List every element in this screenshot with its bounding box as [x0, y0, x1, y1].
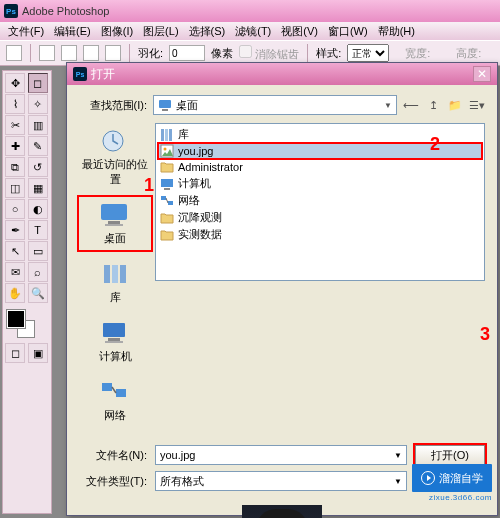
view-menu-icon[interactable]: ☰▾ [469, 97, 485, 113]
slice-tool[interactable]: ▥ [28, 115, 48, 135]
move-tool[interactable]: ✥ [5, 73, 25, 93]
marquee-tool[interactable]: ◻ [28, 73, 48, 93]
preview-thumbnail [242, 505, 322, 518]
history-brush-tool[interactable]: ↺ [28, 157, 48, 177]
menu-edit[interactable]: 编辑(E) [50, 23, 95, 40]
preview-area: 文件大小: 70K [79, 505, 485, 518]
menu-window[interactable]: 窗口(W) [324, 23, 372, 40]
path-tool[interactable]: ↖ [5, 241, 25, 261]
folder-icon [160, 211, 174, 225]
list-item[interactable]: Administrator [158, 159, 482, 175]
open-dialog: Ps 打开 ✕ 查找范围(I): 桌面 ▼ ⟵ ↥ 📁 ☰▾ 最近访问的位置 [66, 62, 498, 516]
place-libraries[interactable]: 库 [79, 256, 151, 309]
menu-image[interactable]: 图像(I) [97, 23, 137, 40]
brush-tool[interactable]: ✎ [28, 136, 48, 156]
crop-tool[interactable]: ✂ [5, 115, 25, 135]
hand-tool[interactable]: ✋ [5, 283, 25, 303]
selection-intersect-icon[interactable] [105, 45, 121, 61]
look-in-combo[interactable]: 桌面 ▼ [153, 95, 397, 115]
desktop-icon [99, 201, 131, 229]
feather-input[interactable] [169, 45, 205, 61]
up-icon[interactable]: ↥ [425, 97, 441, 113]
blur-tool[interactable]: ○ [5, 199, 25, 219]
svg-line-24 [166, 198, 168, 203]
selection-add-icon[interactable] [61, 45, 77, 61]
gradient-tool[interactable]: ▦ [28, 178, 48, 198]
filetype-label: 文件类型(T): [79, 474, 147, 489]
svg-rect-1 [162, 109, 168, 111]
lasso-tool[interactable]: ⌇ [5, 94, 25, 114]
svg-rect-4 [108, 221, 120, 224]
image-file-icon [160, 144, 174, 158]
style-select[interactable]: 正常 [347, 44, 389, 62]
svg-rect-17 [169, 129, 172, 141]
filetype-select[interactable]: 所有格式 ▼ [155, 471, 407, 491]
selection-new-icon[interactable] [39, 45, 55, 61]
play-icon [421, 471, 435, 485]
places-bar: 最近访问的位置 桌面 库 计算机 网络 [79, 123, 151, 427]
svg-rect-7 [112, 265, 118, 283]
menu-filter[interactable]: 滤镜(T) [231, 23, 275, 40]
place-network[interactable]: 网络 [79, 374, 151, 427]
screenmode-tool[interactable]: ▣ [28, 343, 48, 363]
eyedropper-tool[interactable]: ⌕ [28, 262, 48, 282]
quickmask-tool[interactable]: ◻ [5, 343, 25, 363]
antialias-checkbox[interactable]: 消除锯齿 [239, 45, 299, 62]
svg-rect-6 [104, 265, 110, 283]
stamp-tool[interactable]: ⧉ [5, 157, 25, 177]
svg-rect-15 [161, 129, 164, 141]
list-item[interactable]: 沉降观测 [158, 209, 482, 226]
list-item[interactable]: 网络 [158, 192, 482, 209]
selection-subtract-icon[interactable] [83, 45, 99, 61]
notes-tool[interactable]: ✉ [5, 262, 25, 282]
dodge-tool[interactable]: ◐ [28, 199, 48, 219]
watermark: 溜溜自学 [412, 464, 492, 492]
shape-tool[interactable]: ▭ [28, 241, 48, 261]
dialog-titlebar[interactable]: Ps 打开 ✕ [67, 63, 497, 85]
color-swatches[interactable] [5, 308, 49, 342]
tool-preset-icon[interactable] [6, 45, 22, 61]
tool-panel: ✥ ◻ ⌇ ✧ ✂ ▥ ✚ ✎ ⧉ ↺ ◫ ▦ ○ ◐ ✒ T ↖ ▭ ✉ ⌕ … [2, 70, 52, 514]
svg-rect-16 [165, 129, 168, 141]
pen-tool[interactable]: ✒ [5, 220, 25, 240]
filename-input[interactable]: you.jpg ▼ [155, 445, 407, 465]
zoom-tool[interactable]: 🔍 [28, 283, 48, 303]
menu-help[interactable]: 帮助(H) [374, 23, 419, 40]
libraries-icon [99, 260, 131, 288]
place-computer[interactable]: 计算机 [79, 315, 151, 368]
filename-label: 文件名(N): [79, 448, 147, 463]
list-item[interactable]: 计算机 [158, 175, 482, 192]
svg-rect-3 [101, 204, 127, 220]
back-icon[interactable]: ⟵ [403, 97, 419, 113]
menu-select[interactable]: 选择(S) [185, 23, 230, 40]
svg-rect-13 [116, 389, 126, 397]
feather-unit: 像素 [211, 46, 233, 61]
list-item[interactable]: 实测数据 [158, 226, 482, 243]
computer-icon [99, 319, 131, 347]
heal-tool[interactable]: ✚ [5, 136, 25, 156]
computer-icon [160, 177, 174, 191]
place-recent[interactable]: 最近访问的位置 [79, 123, 151, 191]
place-desktop[interactable]: 桌面 [79, 197, 151, 250]
width-label: 宽度: [405, 46, 430, 61]
callout-3: 3 [480, 324, 490, 345]
menu-file[interactable]: 文件(F) [4, 23, 48, 40]
foreground-swatch[interactable] [7, 310, 25, 328]
chevron-down-icon: ▼ [384, 101, 392, 110]
menu-layer[interactable]: 图层(L) [139, 23, 182, 40]
svg-rect-8 [120, 265, 126, 283]
callout-2: 2 [430, 134, 440, 155]
menu-view[interactable]: 视图(V) [277, 23, 322, 40]
photoshop-icon: Ps [73, 67, 87, 81]
svg-point-19 [164, 148, 167, 151]
svg-rect-0 [159, 100, 171, 108]
eraser-tool[interactable]: ◫ [5, 178, 25, 198]
chevron-down-icon: ▼ [394, 451, 402, 460]
svg-line-14 [112, 387, 116, 393]
close-icon[interactable]: ✕ [473, 66, 491, 82]
open-button[interactable]: 打开(O) [415, 445, 485, 465]
feather-label: 羽化: [138, 46, 163, 61]
type-tool[interactable]: T [28, 220, 48, 240]
wand-tool[interactable]: ✧ [28, 94, 48, 114]
new-folder-icon[interactable]: 📁 [447, 97, 463, 113]
